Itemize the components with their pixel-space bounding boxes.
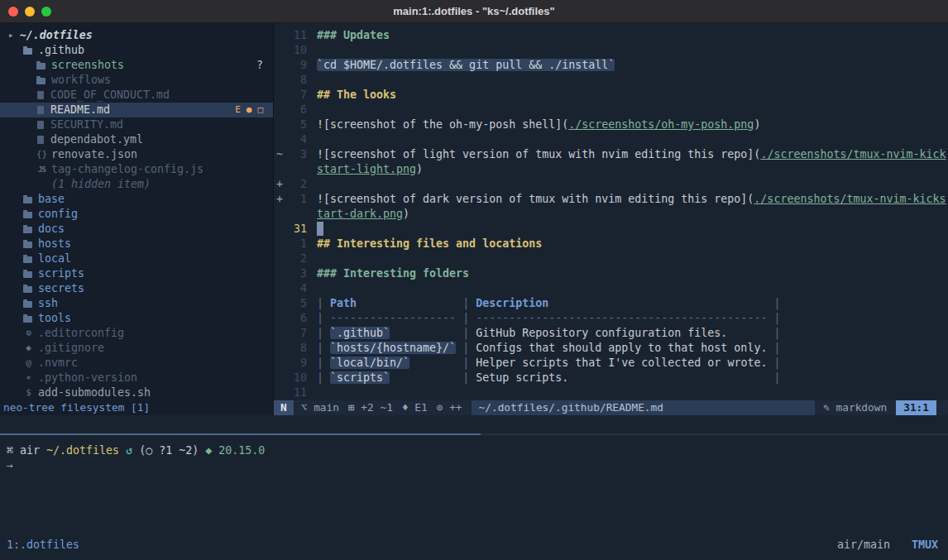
tree-item-code-of-conduct-md[interactable]: CODE_OF_CONDUCT.md [0,88,273,103]
js-icon: JS [36,162,47,177]
file-icon [37,91,44,99]
editor-line[interactable]: 6 [274,103,948,117]
markdown-link[interactable]: start-light.png [317,163,416,175]
editor-line[interactable]: 7| `.github` | GitHub Repository configu… [274,326,948,341]
tree-item-editorconfig[interactable]: ⚙.editorconfig [0,326,273,341]
editor-line[interactable]: 9| `local/bin/` | Helper scripts that I'… [274,356,948,371]
text-segment: | [456,342,476,354]
markdown-link[interactable]: ./screenshots/oh-my-posh.png [568,118,754,131]
editor-line[interactable]: 9`cd $HOME/.dotfiles && git pull && ./in… [274,58,948,73]
line-text: ![screenshot of the oh-my-posh shell](./… [317,117,760,132]
folder-icon [23,316,32,323]
tree-item-label: workflows [51,73,111,88]
tree-item-base[interactable]: base [0,192,273,207]
file-path: ~/.dotfiles/.github/README.md [472,400,816,415]
tmux-label: TMUX [912,538,938,551]
editor-line[interactable]: +2 [274,177,948,192]
editor-line[interactable]: 11### Updates [274,28,948,43]
nvim-statusline: N ⌥ main ⊞ +2 ~1 ♦ E1 ⊙ ++ ~/.dotfiles/.… [274,400,948,415]
editor-line[interactable]: tart-dark.png) [274,207,948,222]
tree-item-ssh[interactable]: ssh [0,296,273,311]
line-number: 2 [285,251,307,266]
minimize-button[interactable] [25,7,35,17]
hostname: air [13,444,46,457]
editor-line[interactable]: 3### Interesting folders [274,266,948,281]
editor-line[interactable]: start-light.png) [274,162,948,177]
editor-line[interactable]: 1## Interesting files and locations [274,237,948,251]
tree-item-tag-changelog-config-js[interactable]: JStag-changelog-config.js [0,162,273,177]
tree-item-screenshots[interactable]: screenshots? [0,58,273,73]
markdown-link[interactable]: ./screenshots/tmux-nvim-kicks [754,193,946,205]
editor-line[interactable]: 6| ------------------- | ---------------… [274,311,948,326]
tree-item-dependabot-yml[interactable]: dependabot.yml [0,132,273,147]
editor-line[interactable]: 8 [274,73,948,88]
shell-prompt-line: ⌘ air ~/.dotfiles ↺ (○ ?1 ~2) ◆ 20.15.0 [7,443,948,458]
markdown-link[interactable]: ./screenshots/tmux-nvim-kick [760,148,946,160]
tree-item-secrets[interactable]: secrets [0,281,273,296]
tree-item-readme-md[interactable]: README.mdE●□ [0,103,273,117]
tree-item-python-version[interactable]: ∗.python-version [0,371,273,385]
editor-line[interactable]: 5![screenshot of the oh-my-posh shell](.… [274,117,948,132]
tree-item-add-submodules-sh[interactable]: $add-submodules.sh [0,385,273,400]
editor-line[interactable]: 10 [274,43,948,58]
editor-line[interactable]: 5| Path | Description | [274,296,948,311]
tree-item-label: SECURITY.md [50,117,123,132]
text-segment: ) [403,208,409,220]
neotree-panel: ▸ ~/.dotfiles .githubscreenshots?workflo… [0,23,274,400]
git-sign: + [274,177,285,192]
tree-item-renovate-json[interactable]: {}renovate.json [0,147,273,162]
tree-item-config[interactable]: config [0,207,273,222]
zoom-button[interactable] [41,7,51,17]
cwd: ~/.dotfiles [46,444,126,457]
git-sign: ~ [274,147,285,162]
table-cell-padding [548,297,767,309]
tree-item-hosts[interactable]: hosts [0,237,273,251]
editor-line[interactable]: 31 [274,222,948,237]
close-button[interactable] [8,7,18,17]
tmux-window-tab[interactable]: 1:.dotfiles [7,538,79,551]
folder-icon [23,286,32,293]
editor-line[interactable]: 8| `hosts/{hostname}/` | Configs that sh… [274,341,948,356]
tree-item-nvmrc[interactable]: @.nvmrc [0,356,273,371]
editor-line[interactable]: 2 [274,251,948,266]
editor-line[interactable]: 4 [274,132,948,147]
editor-line[interactable]: 10| `scripts` | Setup scripts. | [274,371,948,385]
line-number: 11 [285,28,307,43]
shell-pane[interactable]: ⌘ air ~/.dotfiles ↺ (○ ?1 ~2) ◆ 20.15.0 … [0,435,948,473]
tree-item-local[interactable]: local [0,251,273,266]
tree-item-gitignore[interactable]: ◆.gitignore [0,341,273,356]
tree-item-github[interactable]: .github [0,43,273,58]
tree-item-label: (1 hidden item) [51,177,151,192]
editor-line[interactable]: ~3![screenshot of light version of tmux … [274,147,948,162]
line-number: 8 [285,341,307,356]
tree-item-workflows[interactable]: workflows [0,73,273,88]
line-number: 4 [285,281,307,296]
tree-item-scripts[interactable]: scripts [0,266,273,281]
terminal-window: main:1:.dotfiles - "ks~/.dotfiles" ▸ ~/.… [0,0,948,560]
editor-line[interactable]: 7## The looks [274,88,948,103]
tree-root[interactable]: ▸ ~/.dotfiles [0,28,273,43]
line-text: ### Interesting folders [317,266,469,281]
line-number: 4 [285,132,307,147]
tree-item-tools[interactable]: tools [0,311,273,326]
text-segment: | [317,342,330,354]
editor-line[interactable]: 4 [274,281,948,296]
cursor-position: 31:1 [896,400,936,415]
git-status-mark: □ [257,103,263,117]
table-cell-padding [727,327,767,339]
tree-item-security-md[interactable]: SECURITY.md [0,117,273,132]
line-text: start-light.png) [317,162,423,177]
tree-item-1-hidden-item[interactable]: (1 hidden item) [0,177,273,192]
git-status-mark: E [235,103,241,117]
editor-line[interactable]: +1![screenshot of dark version of tmux w… [274,192,948,207]
line-text: | ------------------- | ----------------… [317,311,780,326]
tree-item-label: dependabot.yml [50,132,143,147]
markdown-link[interactable]: tart-dark.png [317,208,403,220]
folder-icon [23,227,32,233]
git-sign [274,103,285,117]
titlebar: main:1:.dotfiles - "ks~/.dotfiles" [0,0,948,23]
diagnostics-count: ♦ E1 [402,400,428,415]
line-text: | `.github` | GitHub Repository configur… [317,326,780,341]
tree-item-docs[interactable]: docs [0,222,273,237]
editor-line[interactable]: 11 [274,385,948,400]
